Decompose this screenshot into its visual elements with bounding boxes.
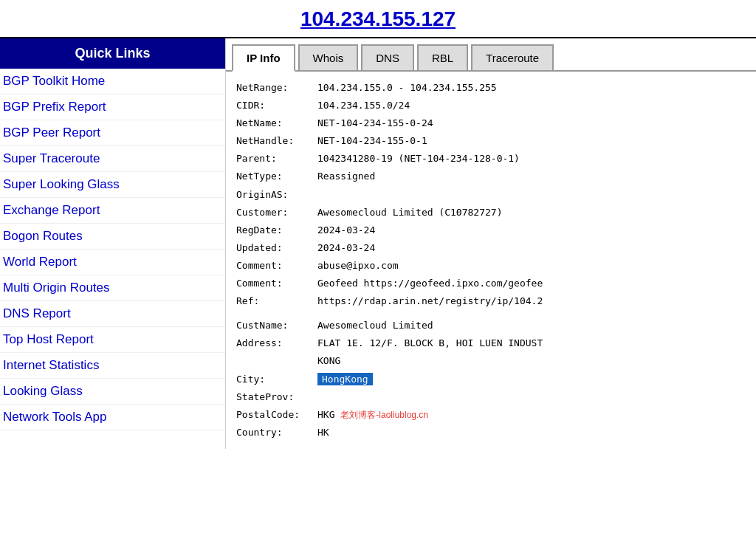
sidebar-link-2[interactable]: BGP Peer Report <box>0 120 225 146</box>
info-row-14: Address:FLAT 1E. 12/F. BLOCK B, HOI LUEN… <box>236 334 746 352</box>
info-row-13: CustName:Awesomecloud Limited <box>236 310 746 334</box>
info-label-7: Customer: <box>236 204 317 221</box>
page-title-link[interactable]: 104.234.155.127 <box>300 7 456 30</box>
info-value-9: 2024-03-24 <box>317 239 746 257</box>
sidebar-link-5[interactable]: Exchange Report <box>0 198 225 224</box>
info-row-16: City:HongKong <box>236 371 746 388</box>
info-value-2: NET-104-234-155-0-24 <box>317 114 746 132</box>
info-label-9: Updated: <box>236 239 317 257</box>
sidebar-links: BGP Toolkit HomeBGP Prefix ReportBGP Pee… <box>0 69 225 430</box>
sidebar-link-8[interactable]: Multi Origin Routes <box>0 275 225 301</box>
info-value-3: NET-104-234-155-0-1 <box>317 132 746 150</box>
info-value-17 <box>317 388 746 406</box>
sidebar-link-3[interactable]: Super Traceroute <box>0 146 225 172</box>
info-value-6 <box>317 186 746 204</box>
info-value-11: Geofeed https://geofeed.ipxo.com/geofee <box>317 275 746 292</box>
info-row-17: StateProv: <box>236 388 746 406</box>
info-label-5: NetType: <box>236 168 317 185</box>
info-label-12: Ref: <box>236 292 317 310</box>
page-title-bar: 104.234.155.127 <box>0 0 756 38</box>
info-label-2: NetName: <box>236 114 317 132</box>
info-label-15 <box>236 352 317 370</box>
info-label-18: PostalCode: <box>236 406 317 424</box>
info-row-15: KONG <box>236 352 746 370</box>
info-row-4: Parent:1042341280-19 (NET-104-234-128-0-… <box>236 150 746 168</box>
main-layout: Quick Links BGP Toolkit HomeBGP Prefix R… <box>0 38 756 449</box>
info-label-0: NetRange: <box>236 79 317 97</box>
watermark-text: 老刘博客-laoliublog.cn <box>340 410 428 420</box>
tab-traceroute[interactable]: Traceroute <box>471 44 554 70</box>
info-row-9: Updated:2024-03-24 <box>236 239 746 257</box>
info-row-18: PostalCode:HKG 老刘博客-laoliublog.cn <box>236 406 746 424</box>
sidebar-link-1[interactable]: BGP Prefix Report <box>0 95 225 120</box>
sidebar-link-12[interactable]: Looking Glass <box>0 379 225 405</box>
info-value-0: 104.234.155.0 - 104.234.155.255 <box>317 79 746 97</box>
info-row-12: Ref:https://rdap.arin.net/registry/ip/10… <box>236 292 746 310</box>
sidebar: Quick Links BGP Toolkit HomeBGP Prefix R… <box>0 38 225 449</box>
info-label-19: Country: <box>236 424 317 441</box>
info-label-14: Address: <box>236 334 317 352</box>
tab-rbl[interactable]: RBL <box>417 44 468 70</box>
sidebar-link-11[interactable]: Internet Statistics <box>0 353 225 379</box>
sidebar-link-10[interactable]: Top Host Report <box>0 327 225 353</box>
info-row-1: CIDR:104.234.155.0/24 <box>236 97 746 114</box>
info-label-6: OriginAS: <box>236 186 317 204</box>
info-value-18: HKG 老刘博客-laoliublog.cn <box>317 406 746 424</box>
info-label-4: Parent: <box>236 150 317 168</box>
tab-whois[interactable]: Whois <box>298 44 359 70</box>
info-value-10: abuse@ipxo.com <box>317 257 746 275</box>
info-value-12: https://rdap.arin.net/registry/ip/104.2 <box>317 292 746 310</box>
info-label-1: CIDR: <box>236 97 317 114</box>
info-label-3: NetHandle: <box>236 132 317 150</box>
sidebar-link-7[interactable]: World Report <box>0 250 225 275</box>
info-label-16: City: <box>236 371 317 388</box>
content-panel: IP InfoWhoisDNSRBLTraceroute NetRange:10… <box>225 38 756 449</box>
info-table: NetRange:104.234.155.0 - 104.234.155.255… <box>236 79 746 441</box>
info-label-8: RegDate: <box>236 221 317 239</box>
info-row-19: Country:HK <box>236 424 746 441</box>
info-row-5: NetType:Reassigned <box>236 168 746 185</box>
info-row-7: Customer:Awesomecloud Limited (C10782727… <box>236 204 746 221</box>
sidebar-link-4[interactable]: Super Looking Glass <box>0 172 225 198</box>
info-label-10: Comment: <box>236 257 317 275</box>
info-value-16: HongKong <box>317 371 746 388</box>
info-value-1: 104.234.155.0/24 <box>317 97 746 114</box>
info-row-6: OriginAS: <box>236 186 746 204</box>
info-row-3: NetHandle:NET-104-234-155-0-1 <box>236 132 746 150</box>
info-value-8: 2024-03-24 <box>317 221 746 239</box>
sidebar-link-0[interactable]: BGP Toolkit Home <box>0 69 225 95</box>
info-content: NetRange:104.234.155.0 - 104.234.155.255… <box>226 72 756 449</box>
info-value-13: Awesomecloud Limited <box>317 310 746 334</box>
info-value-7: Awesomecloud Limited (C10782727) <box>317 204 746 221</box>
info-label-17: StateProv: <box>236 388 317 406</box>
tab-bar: IP InfoWhoisDNSRBLTraceroute <box>226 38 756 72</box>
sidebar-header: Quick Links <box>0 38 225 69</box>
sidebar-link-9[interactable]: DNS Report <box>0 301 225 327</box>
info-label-13: CustName: <box>236 310 317 334</box>
info-row-11: Comment:Geofeed https://geofeed.ipxo.com… <box>236 275 746 292</box>
sidebar-link-13[interactable]: Network Tools App <box>0 405 225 430</box>
info-value-14: FLAT 1E. 12/F. BLOCK B, HOI LUEN INDUST <box>317 334 746 352</box>
info-label-11: Comment: <box>236 275 317 292</box>
info-row-10: Comment:abuse@ipxo.com <box>236 257 746 275</box>
info-row-0: NetRange:104.234.155.0 - 104.234.155.255 <box>236 79 746 97</box>
info-value-15: KONG <box>317 352 746 370</box>
info-value-4: 1042341280-19 (NET-104-234-128-0-1) <box>317 150 746 168</box>
info-value-19: HK <box>317 424 746 441</box>
highlighted-value-16: HongKong <box>317 373 373 385</box>
tab-ip-info[interactable]: IP Info <box>232 44 295 72</box>
info-row-2: NetName:NET-104-234-155-0-24 <box>236 114 746 132</box>
info-value-5: Reassigned <box>317 168 746 185</box>
tab-dns[interactable]: DNS <box>361 44 414 70</box>
info-row-8: RegDate:2024-03-24 <box>236 221 746 239</box>
sidebar-link-6[interactable]: Bogon Routes <box>0 224 225 250</box>
